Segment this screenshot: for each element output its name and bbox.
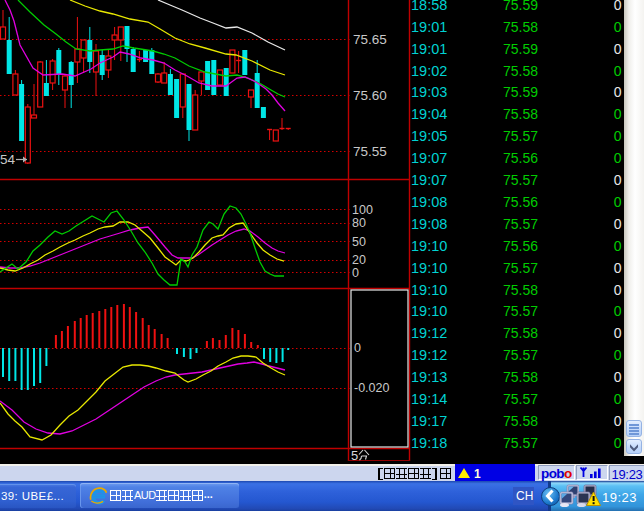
svg-text:19:10: 19:10 [411, 238, 447, 254]
svg-text:19:14: 19:14 [411, 391, 447, 407]
svg-text:19:07: 19:07 [411, 172, 447, 188]
svg-text:19:08: 19:08 [411, 194, 447, 210]
svg-text:19:02: 19:02 [411, 63, 447, 79]
svg-text:5: 5 [351, 448, 358, 463]
svg-text:75.56: 75.56 [503, 150, 538, 166]
svg-text:19:12: 19:12 [411, 325, 447, 341]
svg-text:19:04: 19:04 [411, 106, 447, 122]
svg-text:0: 0 [614, 216, 622, 232]
svg-text:0: 0 [614, 435, 622, 451]
svg-text:0: 0 [354, 341, 361, 355]
svg-text:80: 80 [352, 216, 366, 230]
svg-text:19:18: 19:18 [411, 435, 447, 451]
svg-text:75.55: 75.55 [353, 144, 387, 159]
svg-text:75.58: 75.58 [503, 413, 538, 429]
svg-text:100: 100 [352, 203, 373, 217]
svg-text:75.58: 75.58 [503, 369, 538, 385]
svg-text:19:08: 19:08 [411, 216, 447, 232]
svg-text:-0.020: -0.020 [354, 381, 389, 395]
svg-text:75.57: 75.57 [503, 128, 538, 144]
svg-text:0: 0 [614, 150, 622, 166]
svg-text:0: 0 [614, 369, 622, 385]
svg-text:0: 0 [614, 391, 622, 407]
svg-text:75.57: 75.57 [503, 172, 538, 188]
svg-text:0: 0 [614, 413, 622, 429]
svg-text:0: 0 [352, 266, 359, 280]
svg-text:75.58: 75.58 [503, 63, 538, 79]
svg-text:19:10: 19:10 [411, 303, 447, 319]
svg-text:0: 0 [614, 128, 622, 144]
svg-text:0: 0 [614, 0, 622, 13]
svg-text:0: 0 [614, 260, 622, 276]
svg-text:0: 0 [614, 325, 622, 341]
svg-text:0: 0 [614, 172, 622, 188]
svg-text:75.56: 75.56 [503, 238, 538, 254]
svg-text:75.57: 75.57 [503, 347, 538, 363]
svg-text:19:07: 19:07 [411, 150, 447, 166]
svg-text:0: 0 [614, 63, 622, 79]
svg-text:75.57: 75.57 [503, 303, 538, 319]
svg-text:19:01: 19:01 [411, 41, 447, 57]
svg-text:75.60: 75.60 [353, 88, 387, 103]
svg-text:50: 50 [352, 235, 366, 249]
svg-text:75.56: 75.56 [503, 194, 538, 210]
svg-text:75.57: 75.57 [503, 216, 538, 232]
svg-text:19:01: 19:01 [411, 19, 447, 35]
svg-text:0: 0 [614, 303, 622, 319]
svg-text:75.59: 75.59 [503, 84, 538, 100]
svg-text:75.58: 75.58 [503, 325, 538, 341]
svg-text:0: 0 [614, 282, 622, 298]
svg-text:19:12: 19:12 [411, 347, 447, 363]
svg-text:75.57: 75.57 [503, 391, 538, 407]
svg-text:75.59: 75.59 [503, 0, 538, 13]
svg-text:75.59: 75.59 [503, 41, 538, 57]
svg-text:75.65: 75.65 [353, 32, 387, 47]
svg-text:75.58: 75.58 [503, 106, 538, 122]
svg-text:75.57: 75.57 [503, 435, 538, 451]
svg-text:0: 0 [614, 84, 622, 100]
svg-text:54: 54 [0, 152, 16, 167]
svg-text:0: 0 [614, 19, 622, 35]
svg-text:75.58: 75.58 [503, 19, 538, 35]
svg-text:0: 0 [614, 194, 622, 210]
svg-text:19:05: 19:05 [411, 128, 447, 144]
svg-text:20: 20 [352, 253, 366, 267]
svg-text:0: 0 [614, 347, 622, 363]
svg-text:19:13: 19:13 [411, 369, 447, 385]
svg-text:75.57: 75.57 [503, 260, 538, 276]
svg-text:19:10: 19:10 [411, 260, 447, 276]
svg-text:19:17: 19:17 [411, 413, 447, 429]
svg-text:0: 0 [614, 41, 622, 57]
svg-text:75.58: 75.58 [503, 282, 538, 298]
svg-text:19:03: 19:03 [411, 84, 447, 100]
svg-text:19:10: 19:10 [411, 282, 447, 298]
svg-text:0: 0 [614, 238, 622, 254]
svg-text:0: 0 [614, 106, 622, 122]
svg-text:18:58: 18:58 [411, 0, 447, 13]
